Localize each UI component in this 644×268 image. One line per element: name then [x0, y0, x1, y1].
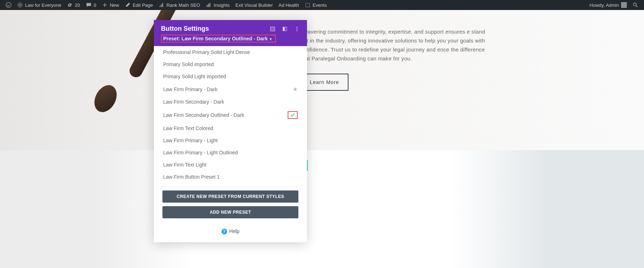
site-name-text: Law for Everyone: [25, 3, 61, 8]
preset-list: Professional Primary Solid Light DensePr…: [154, 46, 307, 183]
preset-item[interactable]: Professional Primary Solid Light Dense: [158, 46, 303, 58]
help-text: Help: [229, 228, 240, 234]
new-label: New: [110, 3, 119, 8]
comment-icon: [86, 2, 92, 8]
pencil-icon: [125, 2, 131, 8]
edit-label: Edit Page: [133, 3, 153, 8]
add-preset-button[interactable]: ADD NEW PRESET: [162, 206, 298, 218]
preset-prefix: Preset:: [163, 36, 181, 41]
chart-icon: [158, 2, 164, 8]
expand-icon[interactable]: [270, 26, 275, 32]
svg-point-3: [633, 3, 636, 6]
wp-admin-bar: Law for Everyone 20 0 New Edit Page Rank…: [0, 0, 644, 10]
preset-item-label: Law Firm Primary - Dark: [163, 86, 293, 92]
rankmath-label: Rank Math SEO: [166, 3, 200, 8]
events[interactable]: Events: [302, 0, 330, 10]
insights-label: Insights: [214, 3, 230, 8]
preset-item[interactable]: Law Firm Secondary Outlined - Dark: [158, 108, 303, 122]
exit-label: Exit Visual Builder: [235, 3, 273, 8]
preset-current: Law Firm Secondary Outlined - Dark: [181, 36, 268, 41]
svg-point-5: [90, 81, 121, 114]
page-canvas: nwavering commitment to integrity, exper…: [0, 10, 644, 268]
events-label: Events: [313, 3, 327, 8]
snap-icon[interactable]: [282, 26, 288, 32]
preset-item-label: Law Firm Primary - Light Outlined: [163, 150, 298, 155]
preset-item[interactable]: Primary Solid Light imported: [158, 70, 303, 83]
svg-rect-2: [306, 3, 309, 7]
rankmath[interactable]: Rank Math SEO: [156, 0, 203, 10]
learn-more-button[interactable]: Learn More: [301, 74, 348, 91]
modal-title-text: Button Settings: [161, 25, 209, 33]
kebab-icon[interactable]: [294, 26, 300, 32]
new-content[interactable]: New: [99, 0, 122, 10]
updates[interactable]: 20: [64, 0, 83, 10]
edit-page[interactable]: Edit Page: [122, 0, 156, 10]
account[interactable]: Howdy, Admin: [587, 0, 630, 10]
insights[interactable]: Insights: [203, 0, 233, 10]
lower-bg: [0, 150, 644, 268]
caret-down-icon: ▼: [269, 37, 273, 41]
search[interactable]: [630, 0, 641, 10]
comments[interactable]: 0: [83, 0, 99, 10]
create-preset-button[interactable]: CREATE NEW PRESET FROM CURRENT STYLES: [162, 190, 298, 203]
star-icon: ★: [293, 86, 298, 93]
globe-icon: [17, 2, 23, 8]
preset-item-label: Professional Primary Solid Light Dense: [163, 49, 298, 55]
comments-count: 0: [94, 3, 96, 8]
hero-paragraph: nwavering commitment to integrity, exper…: [301, 27, 487, 63]
preset-item-label: Law Firm Secondary Outlined - Dark: [163, 112, 288, 118]
calendar-icon: [305, 2, 311, 8]
preset-item-label: Law Firm Button Preset 1: [163, 174, 298, 180]
svg-point-10: [297, 28, 297, 29]
search-icon: [633, 2, 638, 8]
preset-item[interactable]: Law Firm Primary - Light: [158, 134, 303, 147]
updates-count: 20: [75, 3, 80, 8]
preset-item-label: Law Firm Text Light: [163, 162, 298, 168]
preset-item-label: Primary Solid Light imported: [163, 74, 298, 79]
svg-rect-6: [270, 27, 274, 31]
preset-item-label: Law Firm Text Colored: [163, 125, 298, 131]
preset-item[interactable]: Primary Solid imported: [158, 58, 303, 70]
preset-item[interactable]: Law Firm Primary - Light Outlined: [158, 147, 303, 159]
avatar: [621, 2, 627, 8]
ad-health[interactable]: Ad Health: [276, 0, 302, 10]
preset-item[interactable]: Law Firm Text Light: [158, 159, 303, 171]
preset-dropdown[interactable]: Preset: Law Firm Secondary Outlined - Da…: [161, 35, 276, 43]
preset-item-label: Law Firm Secondary - Dark: [163, 99, 298, 105]
selected-check: [288, 111, 298, 119]
howdy-text: Howdy, Admin: [590, 3, 619, 8]
plus-icon: [102, 2, 108, 8]
svg-point-9: [297, 27, 297, 28]
exit-builder[interactable]: Exit Visual Builder: [233, 0, 276, 10]
modal-header: Button Settings Preset: Law Firm Seconda…: [154, 20, 307, 46]
preset-item[interactable]: Law Firm Text Colored: [158, 122, 303, 134]
refresh-icon: [67, 2, 73, 8]
wp-logo[interactable]: [3, 0, 14, 10]
preset-item[interactable]: Law Firm Secondary - Dark: [158, 96, 303, 108]
site-name[interactable]: Law for Everyone: [14, 0, 64, 10]
button-settings-modal: Button Settings Preset: Law Firm Seconda…: [154, 20, 307, 242]
preset-item[interactable]: Law Firm Button Preset 1: [158, 171, 303, 183]
svg-point-11: [297, 30, 297, 31]
adhealth-label: Ad Health: [279, 3, 299, 8]
svg-rect-8: [285, 27, 287, 31]
svg-point-0: [6, 3, 11, 8]
check-icon: [290, 113, 295, 118]
modal-body: Professional Primary Solid Light DensePr…: [154, 46, 307, 242]
help-icon: ?: [221, 229, 227, 234]
help-link[interactable]: ?Help: [154, 222, 307, 242]
divider: [160, 187, 301, 187]
preset-item-label: Law Firm Primary - Light: [163, 138, 298, 143]
preset-item-label: Primary Solid imported: [163, 61, 298, 67]
preset-item[interactable]: Law Firm Primary - Dark★: [158, 83, 303, 96]
bars-icon: [206, 2, 211, 8]
svg-rect-7: [283, 27, 284, 31]
wordpress-icon: [6, 2, 11, 8]
